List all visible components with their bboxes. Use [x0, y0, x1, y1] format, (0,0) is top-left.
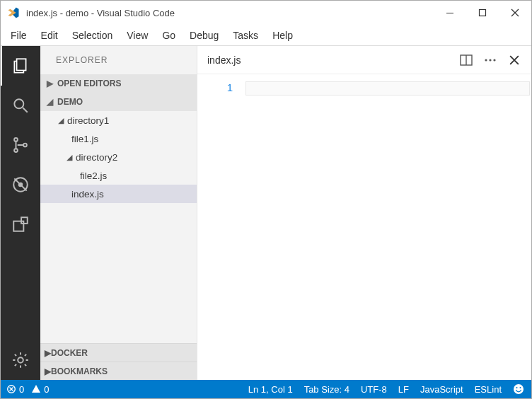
tree-label: index.js [71, 189, 104, 200]
chevron-right-icon: ▶ [45, 366, 51, 376]
vscode-window: index.js - demo - Visual Studio Code Fil… [0, 0, 532, 399]
section-open-editors-label: OPEN EDITORS [57, 79, 121, 88]
editor-body: 1 [197, 74, 531, 380]
chevron-down-icon: ◢ [64, 153, 74, 162]
line-number: 1 [197, 81, 233, 93]
chevron-down-icon: ◢ [45, 97, 54, 107]
activity-source-control[interactable] [1, 125, 40, 165]
status-cursor[interactable]: Ln 1, Col 1 [243, 380, 299, 398]
section-bookmarks-label: BOOKMARKS [51, 366, 108, 376]
svg-rect-0 [446, 13, 453, 13]
current-line[interactable] [245, 81, 530, 96]
sidebar-title: EXPLORER [40, 46, 197, 74]
section-docker[interactable]: ▶ DOCKER [40, 343, 197, 362]
status-feedback[interactable] [507, 380, 531, 398]
status-language[interactable]: JavaScript [415, 380, 469, 398]
split-editor-button[interactable] [459, 53, 473, 67]
svg-point-4 [14, 138, 18, 141]
tree-directory2[interactable]: ◢ directory2 [40, 148, 197, 166]
activity-explorer[interactable] [1, 46, 40, 86]
svg-rect-1 [480, 10, 486, 16]
window-title: index.js - demo - Visual Studio Code [26, 8, 434, 18]
svg-point-17 [514, 384, 524, 394]
svg-point-14 [489, 59, 491, 61]
menu-view[interactable]: View [120, 27, 155, 44]
more-actions-button[interactable] [483, 53, 497, 67]
menu-help[interactable]: Help [265, 27, 300, 44]
sidebar: EXPLORER ▶ OPEN EDITORS ◢ DEMO ◢ directo… [40, 46, 197, 380]
tree-label: directory1 [67, 115, 109, 126]
svg-point-11 [18, 357, 23, 363]
editor-group: index.js 1 [197, 46, 531, 380]
menu-debug[interactable]: Debug [183, 27, 226, 44]
smiley-icon [513, 383, 524, 395]
statusbar: 0 0 Ln 1, Col 1 Tab Size: 4 UTF-8 LF Jav… [1, 380, 531, 398]
close-button[interactable] [499, 1, 531, 25]
editor-tab-actions [459, 53, 531, 67]
svg-point-13 [485, 59, 487, 61]
svg-point-15 [493, 59, 495, 61]
code-area[interactable] [245, 74, 531, 380]
chevron-right-icon: ▶ [45, 348, 51, 358]
maximize-button[interactable] [466, 1, 499, 25]
svg-point-6 [23, 144, 27, 147]
app-icon [6, 6, 21, 20]
chevron-down-icon: ◢ [56, 116, 66, 125]
svg-rect-9 [13, 221, 23, 231]
menubar: File Edit Selection View Go Debug Tasks … [1, 25, 531, 46]
svg-point-19 [520, 387, 521, 388]
activity-search[interactable] [1, 86, 40, 125]
editor-tabbar: index.js [197, 46, 531, 74]
section-bookmarks[interactable]: ▶ BOOKMARKS [40, 362, 197, 380]
minimize-button[interactable] [434, 1, 466, 25]
activity-settings[interactable] [1, 340, 40, 380]
svg-rect-2 [17, 59, 26, 70]
status-encoding[interactable]: UTF-8 [355, 380, 393, 398]
tree-label: directory2 [76, 152, 117, 163]
section-folder-label: DEMO [57, 97, 83, 107]
activity-bar [1, 46, 40, 380]
workbench-body: EXPLORER ▶ OPEN EDITORS ◢ DEMO ◢ directo… [1, 46, 531, 380]
section-docker-label: DOCKER [51, 348, 88, 358]
svg-point-8 [18, 183, 23, 187]
close-editor-button[interactable] [507, 53, 521, 67]
titlebar: index.js - demo - Visual Studio Code [1, 1, 531, 25]
status-eol[interactable]: LF [393, 380, 415, 398]
svg-point-5 [14, 149, 18, 152]
activity-debug[interactable] [1, 165, 40, 204]
status-errors[interactable]: 0 0 [1, 380, 54, 398]
menu-tasks[interactable]: Tasks [226, 27, 265, 44]
error-icon [6, 384, 16, 394]
section-open-editors[interactable]: ▶ OPEN EDITORS [40, 74, 197, 93]
status-linter[interactable]: ESLint [469, 380, 507, 398]
menu-go[interactable]: Go [155, 27, 183, 44]
tree-index[interactable]: index.js [40, 185, 197, 203]
editor-tab-index[interactable]: index.js [197, 46, 250, 74]
status-tabsize[interactable]: Tab Size: 4 [299, 380, 355, 398]
tree-directory1[interactable]: ◢ directory1 [40, 111, 197, 129]
activity-extensions[interactable] [1, 204, 40, 244]
svg-point-18 [516, 387, 518, 388]
chevron-right-icon: ▶ [45, 79, 54, 88]
status-errors-count: 0 [19, 384, 24, 395]
status-warnings-count: 0 [44, 384, 49, 395]
menu-edit[interactable]: Edit [34, 27, 65, 44]
warning-icon [31, 384, 41, 394]
menu-selection[interactable]: Selection [65, 27, 120, 44]
window-controls [434, 1, 531, 25]
tree-label: file1.js [71, 134, 98, 144]
file-tree: ◢ directory1 file1.js ◢ directory2 file2… [40, 111, 197, 203]
menu-file[interactable]: File [4, 27, 34, 44]
tree-file1[interactable]: file1.js [40, 129, 197, 148]
tree-label: file2.js [80, 170, 107, 181]
tree-file2[interactable]: file2.js [40, 166, 197, 185]
svg-rect-10 [21, 217, 28, 224]
svg-point-3 [14, 99, 23, 108]
line-gutter: 1 [197, 74, 245, 380]
section-folder[interactable]: ◢ DEMO [40, 93, 197, 111]
